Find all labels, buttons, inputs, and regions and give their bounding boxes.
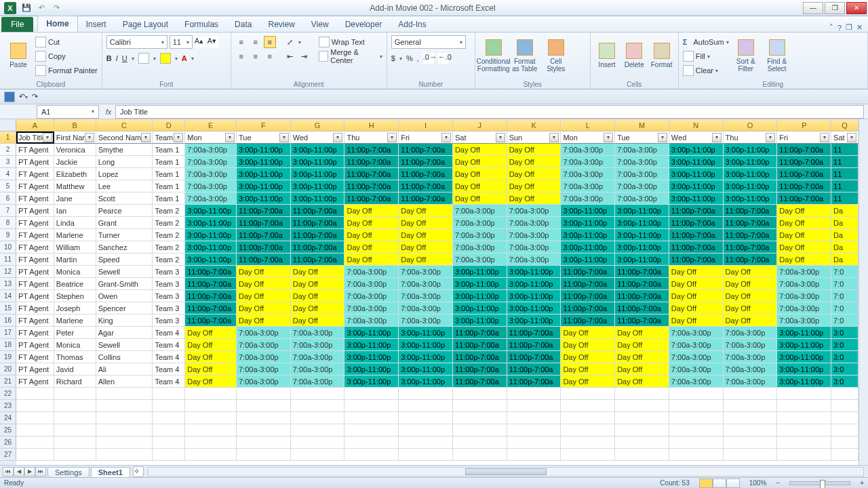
cell[interactable]: 7:00a-3:00p <box>777 266 831 278</box>
cell[interactable]: Richard <box>54 375 96 388</box>
cell[interactable]: Day Off <box>507 168 561 180</box>
cell[interactable]: Team 2 <box>153 253 185 266</box>
cell[interactable]: 7:00a-3:00p <box>561 192 615 205</box>
cell[interactable]: 11:00p-7:00a <box>724 217 778 229</box>
cell[interactable]: Day Off <box>399 205 453 217</box>
cell[interactable]: 7:00a-3:00p <box>344 290 399 302</box>
cell[interactable]: Day Off <box>507 192 561 205</box>
cell[interactable]: 11:00p-7:00a <box>615 266 669 278</box>
row-header-18[interactable]: 18 <box>0 339 16 351</box>
cell[interactable]: 7:0 <box>831 314 859 327</box>
ribbon-tab-data[interactable]: Data <box>226 17 260 32</box>
cell[interactable] <box>507 436 561 449</box>
cell[interactable]: FT Agent <box>16 180 54 192</box>
ribbon-tab-add-ins[interactable]: Add-Ins <box>390 17 434 32</box>
cell[interactable]: Grant <box>96 217 153 229</box>
cell[interactable]: Day Off <box>561 375 615 388</box>
find-select-button[interactable]: Find & Select <box>763 34 791 77</box>
cell[interactable]: Long <box>96 156 153 168</box>
cell[interactable]: 7:00a-3:00p <box>507 241 561 253</box>
row-header-16[interactable]: 16 <box>0 314 16 327</box>
cell[interactable]: 3:00p-11:00p <box>777 363 831 375</box>
cell[interactable]: 11:00p-7:00a <box>724 205 778 217</box>
cell[interactable]: 3:00p-11:00p <box>615 205 669 217</box>
cell[interactable]: Mon <box>561 131 615 144</box>
cell[interactable]: 7:00a-3:00p <box>237 339 291 351</box>
cell[interactable]: 11:00p-7:00a <box>507 339 561 351</box>
cell[interactable] <box>669 388 724 400</box>
cell[interactable]: 7:0 <box>831 266 859 278</box>
cell[interactable]: Day Off <box>669 290 724 302</box>
close-button[interactable]: ✕ <box>846 2 867 14</box>
cell[interactable]: 3:00p-11:00p <box>669 156 724 168</box>
align-right-button[interactable]: ≡ <box>264 50 276 62</box>
align-middle-button[interactable]: ≡ <box>250 36 262 48</box>
cell[interactable]: 3:00p-11:00p <box>669 180 724 192</box>
cell[interactable]: 3:00p-11:00p <box>291 144 345 156</box>
cell[interactable]: Monica <box>54 266 96 278</box>
cell[interactable]: 11:00p-7:00a <box>453 363 507 375</box>
cell[interactable]: 7:00a-3:00p <box>561 156 615 168</box>
col-header-Q[interactable]: Q <box>831 119 859 131</box>
cell[interactable]: Agar <box>96 327 153 339</box>
cell[interactable] <box>561 449 615 461</box>
cell[interactable]: Lopez <box>96 168 153 180</box>
ribbon-tab-formulas[interactable]: Formulas <box>176 17 226 32</box>
cell[interactable]: 11:00p-7:00a <box>185 266 237 278</box>
cell[interactable] <box>237 412 291 424</box>
cell[interactable]: 7:00a-3:00p <box>669 375 724 388</box>
cell[interactable] <box>831 424 859 436</box>
cell[interactable]: 3:00p-11:00p <box>237 144 291 156</box>
cell[interactable]: Veronica <box>54 144 96 156</box>
cell[interactable]: 3:00p-11:00p <box>237 156 291 168</box>
cell[interactable]: Day Off <box>237 266 291 278</box>
cell[interactable] <box>185 400 237 412</box>
cell[interactable]: 3:0 <box>831 363 859 375</box>
cell[interactable] <box>777 388 831 400</box>
cell[interactable]: Fri <box>399 131 453 144</box>
cell[interactable]: Day Off <box>453 156 507 168</box>
cell[interactable]: Team 1 <box>153 144 185 156</box>
cell[interactable]: Sat <box>453 131 507 144</box>
cell[interactable]: 3:00p-11:00p <box>669 192 724 205</box>
cell[interactable]: Day Off <box>344 205 399 217</box>
cell[interactable]: 3:00p-11:00p <box>669 168 724 180</box>
cell[interactable]: 11:00p-7:00a <box>291 205 345 217</box>
row-header-23[interactable]: 23 <box>0 400 16 412</box>
cell[interactable]: Day Off <box>724 314 778 327</box>
cell[interactable] <box>453 449 507 461</box>
cells-area[interactable]: Job TitleFirst NameSecond NameTeamMonTue… <box>16 131 859 465</box>
cell[interactable]: 3:00p-11:00p <box>561 253 615 266</box>
save-icon[interactable] <box>4 92 15 102</box>
cell[interactable]: 11:00p-7:00a <box>453 351 507 363</box>
cell[interactable]: Day Off <box>724 302 778 314</box>
cell[interactable]: PT Agent <box>16 266 54 278</box>
cell[interactable]: 7:00a-3:00p <box>669 327 724 339</box>
row-header-8[interactable]: 8 <box>0 217 16 229</box>
comma-button[interactable]: , <box>417 54 419 62</box>
cell[interactable]: 3:00p-11:00p <box>507 302 561 314</box>
cell[interactable]: King <box>96 314 153 327</box>
undo-icon[interactable]: ↶ <box>35 2 47 14</box>
cell[interactable] <box>153 424 185 436</box>
cell[interactable] <box>724 424 778 436</box>
row-header-9[interactable]: 9 <box>0 229 16 241</box>
cell[interactable]: Day Off <box>453 192 507 205</box>
cell[interactable]: 11:00p-7:00a <box>344 156 399 168</box>
cell[interactable]: Day Off <box>615 363 669 375</box>
fx-icon[interactable]: fx <box>102 108 115 116</box>
cell[interactable]: FT Agent <box>16 302 54 314</box>
cell[interactable]: Stephen <box>54 290 96 302</box>
cell[interactable]: Team 1 <box>153 168 185 180</box>
cell[interactable]: 3:00p-11:00p <box>507 290 561 302</box>
cell[interactable] <box>237 449 291 461</box>
cell[interactable]: 3:00p-11:00p <box>615 217 669 229</box>
cell[interactable]: PT Agent <box>16 363 54 375</box>
ribbon-tab-review[interactable]: Review <box>260 17 302 32</box>
col-header-G[interactable]: G <box>291 119 345 131</box>
cell[interactable]: 7:00a-3:00p <box>561 144 615 156</box>
decrease-decimal-button[interactable]: ←.0 <box>438 53 449 64</box>
cell[interactable] <box>96 412 153 424</box>
cell[interactable]: PT Agent <box>16 156 54 168</box>
cell[interactable]: 7:00a-3:00p <box>669 339 724 351</box>
